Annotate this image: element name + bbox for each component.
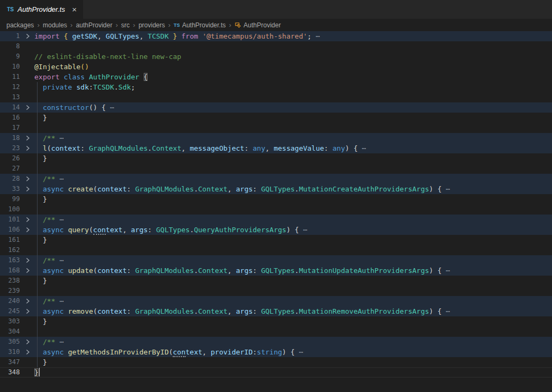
breadcrumb-item-authprovider-ts[interactable]: TSAuthProvider.ts xyxy=(174,21,226,29)
code-line-161[interactable]: 161 } xyxy=(0,235,552,245)
line-number[interactable]: 26 xyxy=(0,153,20,164)
code-text: async create(context: GraphQLModules.Con… xyxy=(34,184,552,194)
line-number[interactable]: 310 xyxy=(0,347,20,357)
fold-chevron-right-icon[interactable] xyxy=(20,306,34,316)
code-line-101[interactable]: 101 /** ⋯ xyxy=(0,215,552,225)
code-line-162[interactable]: 162 xyxy=(0,245,552,255)
code-line-23[interactable]: 23 l(context: GraphQLModules.Context, me… xyxy=(0,143,552,153)
line-number[interactable]: 304 xyxy=(0,327,20,337)
code-text: } xyxy=(34,276,552,286)
code-line-238[interactable]: 238 } xyxy=(0,276,552,286)
fold-chevron-right-icon[interactable] xyxy=(20,133,34,143)
symbol-class-icon xyxy=(234,21,241,28)
line-number[interactable]: 347 xyxy=(0,357,20,367)
code-line-8[interactable]: 8 xyxy=(0,41,552,51)
code-line-305[interactable]: 305 /** ⋯ xyxy=(0,337,552,347)
breadcrumb-item-providers[interactable]: providers xyxy=(138,21,165,29)
line-number[interactable]: 33 xyxy=(0,184,20,194)
line-number[interactable]: 239 xyxy=(0,286,20,296)
line-number[interactable]: 245 xyxy=(0,306,20,316)
code-line-304[interactable]: 304 xyxy=(0,327,552,337)
fold-chevron-right-icon[interactable] xyxy=(20,102,34,113)
line-number[interactable]: 305 xyxy=(0,337,20,347)
code-line-106[interactable]: 106 async query(context, args: GQLTypes.… xyxy=(0,225,552,235)
breadcrumb-item-src[interactable]: src xyxy=(121,21,130,29)
code-line-239[interactable]: 239 xyxy=(0,286,552,296)
code-line-28[interactable]: 28 /** ⋯ xyxy=(0,174,552,184)
code-line-100[interactable]: 100 xyxy=(0,204,552,215)
code-line-303[interactable]: 303 } xyxy=(0,316,552,327)
line-number[interactable]: 27 xyxy=(0,164,20,174)
code-line-245[interactable]: 245 async remove(context: GraphQLModules… xyxy=(0,306,552,316)
code-line-1[interactable]: 1import { getSDK, GQLTypes, TCSDK } from… xyxy=(0,31,552,41)
code-line-168[interactable]: 168 async update(context: GraphQLModules… xyxy=(0,265,552,276)
fold-chevron-right-icon[interactable] xyxy=(20,337,34,347)
line-number[interactable]: 1 xyxy=(0,31,20,41)
line-number[interactable]: 12 xyxy=(0,82,20,92)
breadcrumb-item-modules[interactable]: modules xyxy=(43,21,67,29)
code-line-163[interactable]: 163 /** ⋯ xyxy=(0,255,552,265)
code-line-33[interactable]: 33 async create(context: GraphQLModules.… xyxy=(0,184,552,194)
code-line-14[interactable]: 14 constructor() { ⋯ xyxy=(0,102,552,113)
close-icon[interactable]: × xyxy=(72,5,77,13)
line-number[interactable]: 303 xyxy=(0,316,20,327)
line-number[interactable]: 10 xyxy=(0,62,20,72)
tab-authprovider[interactable]: TS AuthProvider.ts × xyxy=(0,0,83,19)
code-line-99[interactable]: 99 } xyxy=(0,194,552,204)
code-text: /** ⋯ xyxy=(34,215,552,225)
fold-chevron-right-icon[interactable] xyxy=(20,174,34,184)
code-text: } xyxy=(34,113,552,123)
fold-chevron-right-icon[interactable] xyxy=(20,184,34,194)
breadcrumb-item-authprovider[interactable]: AuthProvider xyxy=(234,21,281,29)
line-number[interactable]: 16 xyxy=(0,113,20,123)
breadcrumb-item-authprovider[interactable]: authProvider xyxy=(76,21,112,29)
code-line-16[interactable]: 16 } xyxy=(0,113,552,123)
code-line-10[interactable]: 10@Injectable() xyxy=(0,62,552,72)
code-line-13[interactable]: 13 xyxy=(0,92,552,102)
fold-chevron-right-icon[interactable] xyxy=(20,255,34,265)
code-line-17[interactable]: 17 xyxy=(0,123,552,133)
code-line-12[interactable]: 12 private sdk:TCSDK.Sdk; xyxy=(0,82,552,92)
line-number[interactable]: 168 xyxy=(0,265,20,276)
code-line-27[interactable]: 27 xyxy=(0,164,552,174)
fold-chevron-right-icon[interactable] xyxy=(20,296,34,306)
line-number[interactable]: 162 xyxy=(0,245,20,255)
fold-gutter-space xyxy=(20,194,34,204)
fold-gutter-space xyxy=(20,286,34,296)
fold-chevron-right-icon[interactable] xyxy=(20,143,34,153)
line-number[interactable]: 9 xyxy=(0,51,20,62)
line-number[interactable]: 8 xyxy=(0,41,20,51)
line-number[interactable]: 106 xyxy=(0,225,20,235)
code-line-26[interactable]: 26 } xyxy=(0,153,552,164)
line-number[interactable]: 100 xyxy=(0,204,20,215)
line-number[interactable]: 163 xyxy=(0,255,20,265)
fold-chevron-right-icon[interactable] xyxy=(20,31,34,41)
line-number[interactable]: 23 xyxy=(0,143,20,153)
code-line-310[interactable]: 310 async getMethodsInProviderByID(conte… xyxy=(0,347,552,357)
breadcrumb-item-packages[interactable]: packages xyxy=(6,21,34,29)
code-line-11[interactable]: 11export class AuthProvider { xyxy=(0,72,552,82)
line-number[interactable]: 18 xyxy=(0,133,20,143)
fold-chevron-right-icon[interactable] xyxy=(20,225,34,235)
line-number[interactable]: 161 xyxy=(0,235,20,245)
code-line-348[interactable]: 348} xyxy=(0,367,552,378)
line-number[interactable]: 13 xyxy=(0,92,20,102)
code-line-240[interactable]: 240 /** ⋯ xyxy=(0,296,552,306)
code-editor[interactable]: 1import { getSDK, GQLTypes, TCSDK } from… xyxy=(0,31,552,392)
line-number[interactable]: 17 xyxy=(0,123,20,133)
line-number[interactable]: 348 xyxy=(0,367,20,378)
fold-chevron-right-icon[interactable] xyxy=(20,265,34,276)
line-number[interactable]: 11 xyxy=(0,72,20,82)
code-line-347[interactable]: 347 } xyxy=(0,357,552,367)
fold-chevron-right-icon[interactable] xyxy=(20,347,34,357)
code-line-18[interactable]: 18 /** ⋯ xyxy=(0,133,552,143)
line-number[interactable]: 240 xyxy=(0,296,20,306)
code-line-9[interactable]: 9// eslint-disable-next-line new-cap xyxy=(0,51,552,62)
line-number[interactable]: 14 xyxy=(0,102,20,113)
line-number[interactable]: 101 xyxy=(0,215,20,225)
fold-chevron-right-icon[interactable] xyxy=(20,215,34,225)
line-number[interactable]: 99 xyxy=(0,194,20,204)
fold-gutter-space xyxy=(20,62,34,72)
line-number[interactable]: 238 xyxy=(0,276,20,286)
line-number[interactable]: 28 xyxy=(0,174,20,184)
